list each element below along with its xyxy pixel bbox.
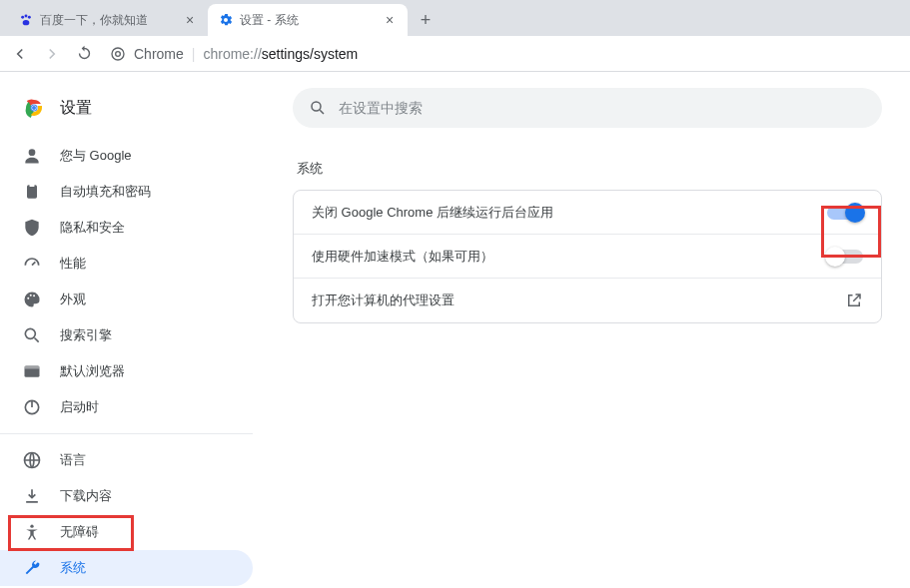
svg-point-9 <box>32 106 36 110</box>
svg-point-13 <box>27 297 29 299</box>
search-icon <box>309 99 327 117</box>
tab-settings[interactable]: 设置 - 系统 × <box>208 4 408 36</box>
sidebar-nav: 您与 Google 自动填充和密码 隐私和安全 性能 外观 搜索引擎 <box>0 138 253 588</box>
sidebar-item-performance[interactable]: 性能 <box>0 246 253 282</box>
svg-point-3 <box>23 20 30 25</box>
page-title: 设置 <box>60 98 92 119</box>
close-icon[interactable]: × <box>182 12 198 28</box>
svg-point-10 <box>29 149 36 156</box>
svg-rect-18 <box>25 365 40 368</box>
svg-point-22 <box>312 102 321 111</box>
address-url: chrome://settings/system <box>203 46 358 62</box>
row-label: 使用硬件加速模式（如果可用） <box>312 248 827 266</box>
divider <box>0 433 253 434</box>
sidebar-item-default-browser[interactable]: 默认浏览器 <box>0 353 253 389</box>
shield-icon <box>22 218 42 238</box>
settings-search[interactable] <box>293 88 882 128</box>
svg-rect-11 <box>27 185 37 198</box>
tab-title: 百度一下，你就知道 <box>40 12 176 29</box>
download-icon <box>22 486 42 506</box>
sidebar-item-autofill[interactable]: 自动填充和密码 <box>0 174 253 210</box>
svg-point-1 <box>25 15 28 18</box>
row-label: 打开您计算机的代理设置 <box>312 292 845 309</box>
toggle-hardware-accel[interactable] <box>827 250 863 264</box>
reload-button[interactable] <box>70 40 98 68</box>
svg-point-15 <box>33 294 35 296</box>
search-input[interactable] <box>339 100 866 116</box>
gear-icon <box>218 12 234 28</box>
svg-point-5 <box>116 51 121 56</box>
section-title: 系统 <box>297 160 882 178</box>
settings-page: 设置 您与 Google 自动填充和密码 隐私和安全 性能 外观 <box>0 72 910 588</box>
accessibility-icon <box>22 522 42 542</box>
sidebar-item-downloads[interactable]: 下载内容 <box>0 478 253 514</box>
person-icon <box>22 146 42 166</box>
tab-title: 设置 - 系统 <box>240 12 376 29</box>
brand: 设置 <box>0 88 253 138</box>
chrome-logo-icon <box>22 96 46 120</box>
search-icon <box>22 325 42 345</box>
sidebar-item-label: 无障碍 <box>60 523 99 541</box>
palette-icon <box>22 290 42 309</box>
svg-point-0 <box>21 16 24 19</box>
sidebar-item-label: 外观 <box>60 291 86 308</box>
sidebar-item-you-and-google[interactable]: 您与 Google <box>0 138 253 174</box>
sidebar-item-label: 搜索引擎 <box>60 326 112 344</box>
svg-point-14 <box>30 294 32 296</box>
toggle-background-apps[interactable] <box>827 206 863 220</box>
svg-point-4 <box>112 48 124 60</box>
chrome-icon <box>110 46 126 62</box>
sidebar-item-appearance[interactable]: 外观 <box>0 282 253 317</box>
sidebar-item-search-engine[interactable]: 搜索引擎 <box>0 317 253 353</box>
svg-point-2 <box>28 16 31 19</box>
sidebar-item-label: 默认浏览器 <box>60 362 125 380</box>
sidebar-item-label: 系统 <box>60 559 86 577</box>
paw-icon <box>18 12 34 28</box>
svg-point-16 <box>25 328 35 338</box>
sidebar: 设置 您与 Google 自动填充和密码 隐私和安全 性能 外观 <box>0 72 253 588</box>
browser-toolbar: Chrome | chrome://settings/system <box>0 36 910 72</box>
clipboard-icon <box>22 182 42 202</box>
svg-rect-12 <box>30 184 35 187</box>
sidebar-item-label: 下载内容 <box>60 487 112 505</box>
sidebar-item-label: 启动时 <box>60 398 99 416</box>
close-icon[interactable]: × <box>382 12 398 28</box>
row-proxy[interactable]: 打开您计算机的代理设置 <box>294 279 881 322</box>
sidebar-item-system[interactable]: 系统 <box>0 550 253 586</box>
back-button[interactable] <box>6 40 34 68</box>
row-label: 关闭 Google Chrome 后继续运行后台应用 <box>312 204 827 222</box>
power-icon <box>22 397 42 417</box>
external-link-icon <box>845 292 863 309</box>
svg-point-21 <box>30 525 33 528</box>
address-bar[interactable]: Chrome | chrome://settings/system <box>110 46 358 62</box>
new-tab-button[interactable]: + <box>412 6 440 34</box>
globe-icon <box>22 450 42 470</box>
sidebar-item-languages[interactable]: 语言 <box>0 442 253 478</box>
sidebar-item-accessibility[interactable]: 无障碍 <box>0 514 253 550</box>
sidebar-item-label: 性能 <box>60 255 86 273</box>
sidebar-item-privacy[interactable]: 隐私和安全 <box>0 210 253 246</box>
sidebar-item-label: 您与 Google <box>60 147 132 165</box>
system-card: 关闭 Google Chrome 后继续运行后台应用 使用硬件加速模式（如果可用… <box>293 190 882 323</box>
speedometer-icon <box>22 254 42 274</box>
browser-icon <box>22 361 42 381</box>
wrench-icon <box>22 558 42 578</box>
sidebar-item-label: 隐私和安全 <box>60 219 125 237</box>
address-label: Chrome <box>134 46 184 62</box>
sidebar-item-label: 自动填充和密码 <box>60 183 151 201</box>
sidebar-item-on-startup[interactable]: 启动时 <box>0 389 253 425</box>
row-background-apps[interactable]: 关闭 Google Chrome 后继续运行后台应用 <box>294 191 881 235</box>
browser-tabbar: 百度一下，你就知道 × 设置 - 系统 × + <box>0 0 910 36</box>
row-hardware-accel[interactable]: 使用硬件加速模式（如果可用） <box>294 235 881 279</box>
sidebar-item-label: 语言 <box>60 451 86 469</box>
forward-button[interactable] <box>38 40 66 68</box>
main-content: 系统 关闭 Google Chrome 后继续运行后台应用 使用硬件加速模式（如… <box>253 72 910 588</box>
tab-baidu[interactable]: 百度一下，你就知道 × <box>8 4 208 36</box>
